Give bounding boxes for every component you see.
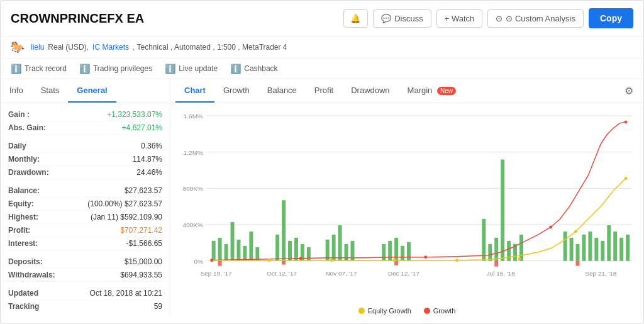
page-title: CROWNPRINCEFX EA xyxy=(11,11,144,26)
svg-rect-44 xyxy=(582,235,586,261)
interest-value: -$1,566.65 xyxy=(126,239,162,248)
svg-rect-45 xyxy=(588,232,592,261)
svg-rect-36 xyxy=(494,238,498,261)
tracking-value: 59 xyxy=(154,302,162,311)
svg-rect-42 xyxy=(570,238,574,261)
tab-stats[interactable]: Stats xyxy=(32,79,69,103)
profit-row: Profit: $707,271.42 xyxy=(8,224,162,237)
svg-point-64 xyxy=(625,177,628,180)
svg-rect-13 xyxy=(231,222,235,261)
svg-rect-26 xyxy=(338,225,342,261)
deposits-label: Deposits: xyxy=(8,257,43,266)
custom-analysis-icon: ⊙ xyxy=(496,14,502,23)
chart-legend: Equity Growth Growth xyxy=(175,303,638,317)
daily-value: 0.36% xyxy=(141,142,162,150)
tracking-row: Tracking 59 xyxy=(8,300,162,313)
header-actions: 🔔 💬 Discuss + Watch ⊙ ⊙ Custom Analysis … xyxy=(343,8,633,28)
svg-rect-30 xyxy=(388,241,392,261)
svg-point-69 xyxy=(625,120,628,123)
trading-privileges-item: ℹ️ Trading privileges xyxy=(79,64,152,74)
track-record-item: ℹ️ Track record xyxy=(11,64,67,74)
abs-gain-label: Abs. Gain: xyxy=(8,123,46,132)
svg-rect-14 xyxy=(236,240,240,261)
live-update-label: Live update xyxy=(179,64,218,73)
monthly-label: Monthly: xyxy=(8,155,40,164)
svg-text:800K%: 800K% xyxy=(183,185,203,192)
svg-rect-18 xyxy=(275,235,279,261)
monthly-row: Monthly: 114.87% xyxy=(8,153,162,166)
svg-point-67 xyxy=(424,255,427,259)
svg-rect-53 xyxy=(282,261,286,265)
svg-rect-33 xyxy=(407,242,411,261)
chart-tab-chart[interactable]: Chart xyxy=(175,79,214,103)
svg-rect-21 xyxy=(294,238,298,261)
chart-tab-balance[interactable]: Balance xyxy=(258,79,306,103)
chart-tab-growth[interactable]: Growth xyxy=(214,79,258,103)
updated-row: Updated Oct 18, 2018 at 10:21 xyxy=(8,287,162,300)
growth-label: Growth xyxy=(433,307,455,315)
watch-button[interactable]: + Watch xyxy=(436,9,483,28)
updated-value: Oct 18, 2018 at 10:21 xyxy=(90,289,162,298)
account-type: Real (USD), xyxy=(48,43,89,52)
interest-label: Interest: xyxy=(8,239,38,248)
account-details: , Technical , Automated , 1:500 , MetaTr… xyxy=(133,43,287,52)
svg-text:Sep 19, '17: Sep 19, '17 xyxy=(201,270,232,277)
tracking-label: Tracking xyxy=(8,302,39,311)
chart-tab-profit[interactable]: Profit xyxy=(306,79,342,103)
abs-gain-row: Abs. Gain: +4,627.01% xyxy=(8,121,162,135)
svg-rect-52 xyxy=(218,261,222,266)
svg-text:Sep 21, '18: Sep 21, '18 xyxy=(585,270,616,277)
svg-point-63 xyxy=(574,230,577,233)
svg-text:400K%: 400K% xyxy=(183,221,203,228)
drawdown-label: Drawdown: xyxy=(8,168,49,177)
subheader: 🐎 lielu Real (USD), IC Markets , Technic… xyxy=(1,36,643,59)
svg-text:1.6M%: 1.6M% xyxy=(184,113,203,120)
svg-rect-20 xyxy=(288,241,292,261)
svg-rect-47 xyxy=(601,241,604,261)
svg-point-60 xyxy=(393,259,396,262)
warn-icon-trading: ℹ️ xyxy=(79,64,90,74)
svg-rect-10 xyxy=(212,241,216,261)
user-link[interactable]: lielu xyxy=(31,43,44,52)
broker-link[interactable]: IC Markets xyxy=(92,43,129,52)
svg-rect-27 xyxy=(345,244,348,261)
main-content: Info Stats General Gain : +1,323,533.07%… xyxy=(1,79,643,318)
left-panel: Info Stats General Gain : +1,323,533.07%… xyxy=(1,79,170,318)
legend-equity-growth: Equity Growth xyxy=(358,307,411,315)
bell-button[interactable]: 🔔 xyxy=(343,9,368,28)
svg-rect-11 xyxy=(218,238,222,261)
interest-row: Interest: -$1,566.65 xyxy=(8,237,162,250)
chart-settings-icon[interactable]: ⚙ xyxy=(619,80,638,102)
balance-label: Balance: xyxy=(8,186,40,195)
chart-tab-margin[interactable]: Margin New xyxy=(399,79,465,103)
tab-info[interactable]: Info xyxy=(1,79,32,103)
abs-gain-value: +4,627.01% xyxy=(122,123,162,132)
main-container: CROWNPRINCEFX EA 🔔 💬 Discuss + Watch ⊙ ⊙… xyxy=(0,0,644,324)
svg-text:Nov 07, '17: Nov 07, '17 xyxy=(326,270,357,277)
svg-rect-55 xyxy=(494,261,498,267)
copy-button[interactable]: Copy xyxy=(589,8,633,28)
equity-value: (100.00%) $27,623.57 xyxy=(87,199,162,208)
trackbar-left: ℹ️ Track record ℹ️ Trading privileges ℹ️… xyxy=(11,64,278,74)
svg-rect-56 xyxy=(576,261,580,266)
svg-rect-46 xyxy=(594,238,598,261)
tab-general[interactable]: General xyxy=(68,79,116,103)
chart-svg: 1.6M% 1.2M% 800K% 400K% 0% xyxy=(175,109,638,303)
highest-label: Highest: xyxy=(8,213,38,221)
svg-rect-32 xyxy=(401,246,404,261)
gain-value: +1,323,533.07% xyxy=(107,110,162,119)
svg-rect-51 xyxy=(626,235,630,261)
discuss-button[interactable]: 💬 Discuss xyxy=(373,9,431,28)
horse-icon: 🐎 xyxy=(11,40,25,54)
header: CROWNPRINCEFX EA 🔔 💬 Discuss + Watch ⊙ ⊙… xyxy=(1,1,643,36)
svg-rect-15 xyxy=(243,246,247,261)
chart-tab-drawdown[interactable]: Drawdown xyxy=(342,79,398,103)
svg-rect-16 xyxy=(249,232,253,261)
highest-row: Highest: (Jan 11) $592,109.90 xyxy=(8,211,162,224)
equity-growth-dot xyxy=(358,308,365,314)
growth-dot xyxy=(424,308,430,314)
trackbar: ℹ️ Track record ℹ️ Trading privileges ℹ️… xyxy=(1,59,643,79)
custom-analysis-button[interactable]: ⊙ ⊙ Custom Analysis xyxy=(487,9,584,28)
info-table: Gain : +1,323,533.07% Abs. Gain: +4,627.… xyxy=(1,103,170,318)
gain-label: Gain : xyxy=(8,110,30,119)
